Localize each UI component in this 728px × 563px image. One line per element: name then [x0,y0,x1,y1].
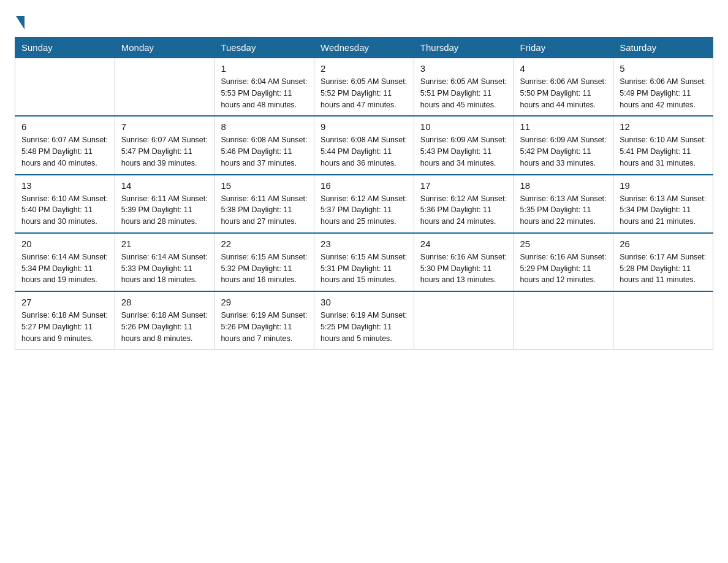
calendar-cell: 26Sunrise: 6:17 AM Sunset: 5:28 PM Dayli… [613,233,713,291]
day-info: Sunrise: 6:07 AM Sunset: 5:48 PM Dayligh… [21,134,108,169]
day-info: Sunrise: 6:12 AM Sunset: 5:37 PM Dayligh… [320,193,408,228]
calendar-cell: 28Sunrise: 6:18 AM Sunset: 5:26 PM Dayli… [115,291,214,350]
day-info: Sunrise: 6:08 AM Sunset: 5:46 PM Dayligh… [221,134,308,169]
page-header [15,15,713,27]
weekday-header-tuesday: Tuesday [214,37,314,58]
day-info: Sunrise: 6:18 AM Sunset: 5:26 PM Dayligh… [121,310,208,344]
day-info: Sunrise: 6:08 AM Sunset: 5:44 PM Dayligh… [320,134,408,169]
day-number: 2 [320,63,408,74]
day-info: Sunrise: 6:13 AM Sunset: 5:34 PM Dayligh… [620,193,707,228]
weekday-header-wednesday: Wednesday [314,37,414,58]
day-number: 20 [21,239,108,249]
day-number: 30 [320,297,408,307]
day-info: Sunrise: 6:06 AM Sunset: 5:49 PM Dayligh… [620,76,707,110]
day-number: 4 [520,63,607,74]
calendar-cell: 19Sunrise: 6:13 AM Sunset: 5:34 PM Dayli… [613,175,713,233]
day-number: 29 [221,297,308,307]
day-info: Sunrise: 6:19 AM Sunset: 5:26 PM Dayligh… [221,310,308,344]
calendar-cell: 22Sunrise: 6:15 AM Sunset: 5:32 PM Dayli… [214,233,314,291]
calendar-cell: 21Sunrise: 6:14 AM Sunset: 5:33 PM Dayli… [115,233,214,291]
day-info: Sunrise: 6:11 AM Sunset: 5:38 PM Dayligh… [221,193,308,228]
calendar-cell: 14Sunrise: 6:11 AM Sunset: 5:39 PM Dayli… [115,175,214,233]
day-number: 3 [420,63,507,74]
day-number: 12 [620,121,707,132]
day-info: Sunrise: 6:09 AM Sunset: 5:43 PM Dayligh… [420,134,507,169]
logo-triangle-icon [16,16,25,29]
calendar-cell: 16Sunrise: 6:12 AM Sunset: 5:37 PM Dayli… [314,175,414,233]
day-number: 1 [221,63,308,74]
calendar-cell: 7Sunrise: 6:07 AM Sunset: 5:47 PM Daylig… [115,116,214,174]
day-number: 10 [420,121,507,132]
calendar-cell: 24Sunrise: 6:16 AM Sunset: 5:30 PM Dayli… [414,233,514,291]
day-info: Sunrise: 6:14 AM Sunset: 5:34 PM Dayligh… [21,251,108,286]
calendar-cell: 27Sunrise: 6:18 AM Sunset: 5:27 PM Dayli… [15,291,115,350]
calendar-cell: 10Sunrise: 6:09 AM Sunset: 5:43 PM Dayli… [414,116,514,174]
calendar-cell: 20Sunrise: 6:14 AM Sunset: 5:34 PM Dayli… [15,233,115,291]
day-number: 17 [420,180,507,191]
calendar-week-row: 6Sunrise: 6:07 AM Sunset: 5:48 PM Daylig… [15,116,713,174]
day-info: Sunrise: 6:07 AM Sunset: 5:47 PM Dayligh… [121,134,208,169]
calendar-week-row: 20Sunrise: 6:14 AM Sunset: 5:34 PM Dayli… [15,233,713,291]
day-number: 9 [320,121,408,132]
day-info: Sunrise: 6:15 AM Sunset: 5:31 PM Dayligh… [320,251,408,286]
weekday-header-sunday: Sunday [15,37,115,58]
calendar-cell: 15Sunrise: 6:11 AM Sunset: 5:38 PM Dayli… [214,175,314,233]
day-info: Sunrise: 6:14 AM Sunset: 5:33 PM Dayligh… [121,251,208,286]
calendar-cell: 8Sunrise: 6:08 AM Sunset: 5:46 PM Daylig… [214,116,314,174]
day-info: Sunrise: 6:18 AM Sunset: 5:27 PM Dayligh… [21,310,108,344]
calendar-week-row: 1Sunrise: 6:04 AM Sunset: 5:53 PM Daylig… [15,58,713,117]
calendar-cell: 9Sunrise: 6:08 AM Sunset: 5:44 PM Daylig… [314,116,414,174]
day-number: 11 [520,121,607,132]
calendar-cell: 4Sunrise: 6:06 AM Sunset: 5:50 PM Daylig… [514,58,613,117]
calendar-cell [514,291,613,350]
day-info: Sunrise: 6:12 AM Sunset: 5:36 PM Dayligh… [420,193,507,228]
day-number: 21 [121,239,208,249]
day-number: 5 [620,63,707,74]
calendar-week-row: 27Sunrise: 6:18 AM Sunset: 5:27 PM Dayli… [15,291,713,350]
day-info: Sunrise: 6:19 AM Sunset: 5:25 PM Dayligh… [320,310,408,344]
day-number: 16 [320,180,408,191]
day-info: Sunrise: 6:13 AM Sunset: 5:35 PM Dayligh… [520,193,607,228]
calendar-cell [15,58,115,117]
calendar-cell: 2Sunrise: 6:05 AM Sunset: 5:52 PM Daylig… [314,58,414,117]
calendar-cell: 12Sunrise: 6:10 AM Sunset: 5:41 PM Dayli… [613,116,713,174]
calendar-cell [115,58,214,117]
calendar-table: SundayMondayTuesdayWednesdayThursdayFrid… [15,37,713,350]
day-number: 14 [121,180,208,191]
day-info: Sunrise: 6:06 AM Sunset: 5:50 PM Dayligh… [520,76,607,110]
day-info: Sunrise: 6:16 AM Sunset: 5:30 PM Dayligh… [420,251,507,286]
day-info: Sunrise: 6:11 AM Sunset: 5:39 PM Dayligh… [121,193,208,228]
day-number: 25 [520,239,607,249]
day-number: 22 [221,239,308,249]
weekday-header-saturday: Saturday [613,37,713,58]
day-number: 23 [320,239,408,249]
day-info: Sunrise: 6:16 AM Sunset: 5:29 PM Dayligh… [520,251,607,286]
day-info: Sunrise: 6:15 AM Sunset: 5:32 PM Dayligh… [221,251,308,286]
day-info: Sunrise: 6:04 AM Sunset: 5:53 PM Dayligh… [221,76,308,110]
day-number: 15 [221,180,308,191]
calendar-cell: 23Sunrise: 6:15 AM Sunset: 5:31 PM Dayli… [314,233,414,291]
calendar-cell: 29Sunrise: 6:19 AM Sunset: 5:26 PM Dayli… [214,291,314,350]
calendar-cell: 1Sunrise: 6:04 AM Sunset: 5:53 PM Daylig… [214,58,314,117]
day-info: Sunrise: 6:05 AM Sunset: 5:51 PM Dayligh… [420,76,507,110]
day-number: 19 [620,180,707,191]
day-info: Sunrise: 6:17 AM Sunset: 5:28 PM Dayligh… [620,251,707,286]
day-number: 6 [21,121,108,132]
calendar-cell: 30Sunrise: 6:19 AM Sunset: 5:25 PM Dayli… [314,291,414,350]
calendar-cell: 13Sunrise: 6:10 AM Sunset: 5:40 PM Dayli… [15,175,115,233]
calendar-week-row: 13Sunrise: 6:10 AM Sunset: 5:40 PM Dayli… [15,175,713,233]
calendar-cell [414,291,514,350]
day-number: 13 [21,180,108,191]
day-number: 8 [221,121,308,132]
calendar-cell: 25Sunrise: 6:16 AM Sunset: 5:29 PM Dayli… [514,233,613,291]
calendar-cell: 17Sunrise: 6:12 AM Sunset: 5:36 PM Dayli… [414,175,514,233]
day-info: Sunrise: 6:05 AM Sunset: 5:52 PM Dayligh… [320,76,408,110]
day-info: Sunrise: 6:10 AM Sunset: 5:40 PM Dayligh… [21,193,108,228]
weekday-header-friday: Friday [514,37,613,58]
day-info: Sunrise: 6:09 AM Sunset: 5:42 PM Dayligh… [520,134,607,169]
day-number: 26 [620,239,707,249]
day-info: Sunrise: 6:10 AM Sunset: 5:41 PM Dayligh… [620,134,707,169]
day-number: 24 [420,239,507,249]
day-number: 28 [121,297,208,307]
calendar-cell: 11Sunrise: 6:09 AM Sunset: 5:42 PM Dayli… [514,116,613,174]
